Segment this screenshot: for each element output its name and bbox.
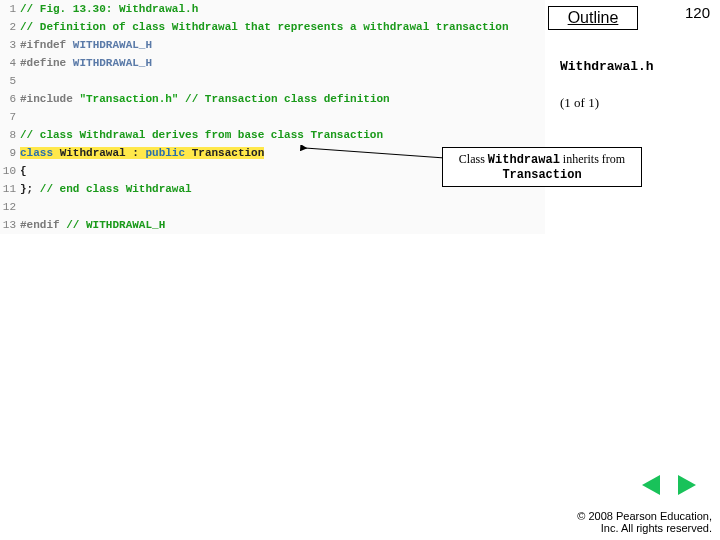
code-line: 12	[0, 198, 545, 216]
line-number: 7	[0, 108, 20, 126]
code-line: 13#endif // WITHDRAWAL_H	[0, 216, 545, 234]
callout-arrow	[300, 145, 450, 170]
file-name-label: Withdrawal.h	[560, 59, 654, 74]
code-text: }; // end class Withdrawal	[20, 180, 192, 198]
prev-button[interactable]	[638, 474, 664, 496]
line-number: 9	[0, 144, 20, 162]
code-text: // class Withdrawal derives from base cl…	[20, 126, 383, 144]
line-number: 11	[0, 180, 20, 198]
code-pane: 1// Fig. 13.30: Withdrawal.h2// Definiti…	[0, 0, 545, 234]
line-number: 2	[0, 18, 20, 36]
line-number: 12	[0, 198, 20, 216]
line-number: 13	[0, 216, 20, 234]
code-text: #ifndef WITHDRAWAL_H	[20, 36, 152, 54]
code-text: class Withdrawal : public Transaction	[20, 144, 264, 162]
line-number: 10	[0, 162, 20, 180]
code-line: 3#ifndef WITHDRAWAL_H	[0, 36, 545, 54]
line-number: 4	[0, 54, 20, 72]
line-number: 5	[0, 72, 20, 90]
code-line: 6#include "Transaction.h" // Transaction…	[0, 90, 545, 108]
code-line: 4#define WITHDRAWAL_H	[0, 54, 545, 72]
line-number: 8	[0, 126, 20, 144]
code-text: #define WITHDRAWAL_H	[20, 54, 152, 72]
outline-heading: Outline	[548, 6, 638, 30]
line-number: 3	[0, 36, 20, 54]
svg-line-0	[305, 148, 445, 158]
copyright-line-1: © 2008 Pearson Education,	[577, 510, 712, 522]
code-text: #endif // WITHDRAWAL_H	[20, 216, 165, 234]
next-button[interactable]	[674, 474, 700, 496]
code-line: 1// Fig. 13.30: Withdrawal.h	[0, 0, 545, 18]
code-text: // Fig. 13.30: Withdrawal.h	[20, 0, 198, 18]
code-text: // Definition of class Withdrawal that r…	[20, 18, 508, 36]
callout-text-mid: inherits from	[560, 152, 625, 166]
callout-classname-1: Withdrawal	[488, 153, 560, 167]
callout-classname-2: Transaction	[502, 168, 581, 182]
nav-controls	[638, 474, 700, 496]
line-number: 6	[0, 90, 20, 108]
triangle-right-icon	[678, 475, 696, 495]
code-text: {	[20, 162, 27, 180]
page-number: 120	[685, 4, 710, 21]
callout-text-prefix: Class	[459, 152, 488, 166]
line-number: 1	[0, 0, 20, 18]
code-line: 7	[0, 108, 545, 126]
copyright-line-2: Inc. All rights reserved.	[577, 522, 712, 534]
code-text: #include "Transaction.h" // Transaction …	[20, 90, 390, 108]
code-line: 2// Definition of class Withdrawal that …	[0, 18, 545, 36]
copyright-notice: © 2008 Pearson Education, Inc. All right…	[577, 510, 712, 534]
page-of-label: (1 of 1)	[560, 95, 599, 111]
code-line: 5	[0, 72, 545, 90]
code-line: 8// class Withdrawal derives from base c…	[0, 126, 545, 144]
callout-box: Class Withdrawal inherits from Transacti…	[442, 147, 642, 187]
triangle-left-icon	[642, 475, 660, 495]
